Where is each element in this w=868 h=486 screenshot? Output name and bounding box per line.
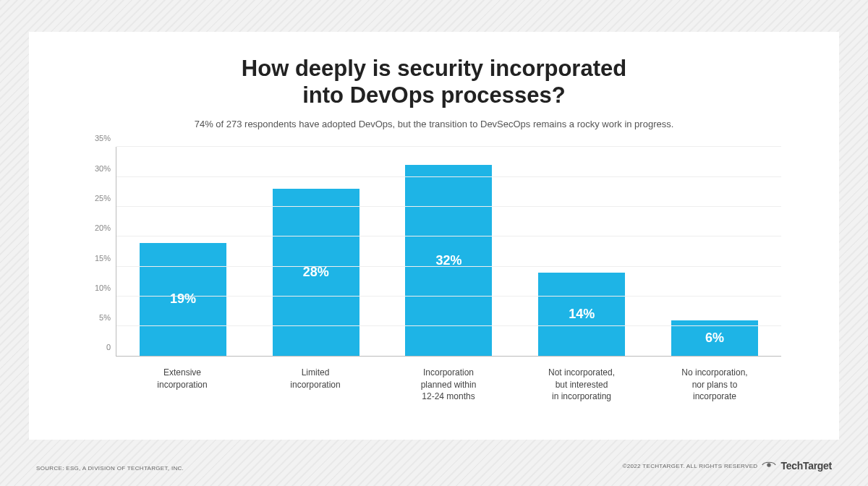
x-tick-label: Limitedincorporation [265,361,366,407]
bar-value-label: 28% [303,265,329,280]
y-tick-label: 20% [95,223,111,232]
chart-card: How deeply is security incorporated into… [29,32,839,440]
title-line-1: How deeply is security incorporated [242,56,626,81]
x-tick-label: Incorporationplanned within12-24 months [398,361,499,407]
y-tick-label: 35% [95,134,111,142]
grid-line [116,206,781,207]
brand-name: TechTarget [780,460,832,472]
bar-slot: 32% [398,147,499,356]
y-tick-label: 30% [95,164,111,173]
bar-slot: 6% [664,147,765,356]
x-axis-labels: ExtensiveincorporationLimitedincorporati… [116,361,781,407]
bar-value-label: 14% [569,307,595,322]
svg-point-0 [767,463,771,466]
y-tick-label: 15% [95,254,111,263]
y-tick-label: 5% [99,313,111,322]
bars-container: 19%28%32%14%6% [116,147,781,356]
y-tick-label: 10% [95,284,111,292]
chart-area: 19%28%32%14%6% 05%10%15%20%25%30%35% Ext… [72,147,796,407]
y-tick-label: 25% [95,194,111,202]
plot-region: 19%28%32%14%6% 05%10%15%20%25%30%35% [116,147,781,357]
y-tick-label: 0 [106,343,111,351]
bar: 28% [273,189,359,356]
bar-slot: 14% [531,147,632,356]
eye-icon [762,461,776,471]
grid-line [116,236,781,236]
grid-line [116,296,781,297]
grid-line [116,176,781,177]
grid-line [116,146,781,147]
bar-value-label: 19% [170,291,196,307]
copyright-text: ©2022 TECHTARGET. ALL RIGHTS RESERVED [623,463,758,469]
bar-value-label: 6% [705,331,724,346]
chart-subtitle: 74% of 273 respondents have adopted DevO… [72,119,796,129]
bar-slot: 19% [132,147,234,356]
source-attribution: SOURCE: ESG, A DIVISION OF TECHTARGET, I… [36,465,184,472]
bar: 32% [405,165,492,356]
brand-block: ©2022 TECHTARGET. ALL RIGHTS RESERVED Te… [623,460,832,472]
bar: 19% [140,243,226,357]
x-tick-label: Not incorporated,but interestedin incorp… [531,361,632,407]
x-tick-label: Extensiveincorporation [132,361,233,407]
footer: SOURCE: ESG, A DIVISION OF TECHTARGET, I… [36,460,832,472]
title-line-2: into DevOps processes? [302,82,566,108]
x-tick-label: No incorporation,nor plans toincorporate [664,361,765,407]
chart-title: How deeply is security incorporated into… [72,55,796,108]
grid-line [116,325,781,326]
bar: 14% [538,273,625,357]
grid-line [116,266,781,267]
bar-slot: 28% [265,147,367,356]
